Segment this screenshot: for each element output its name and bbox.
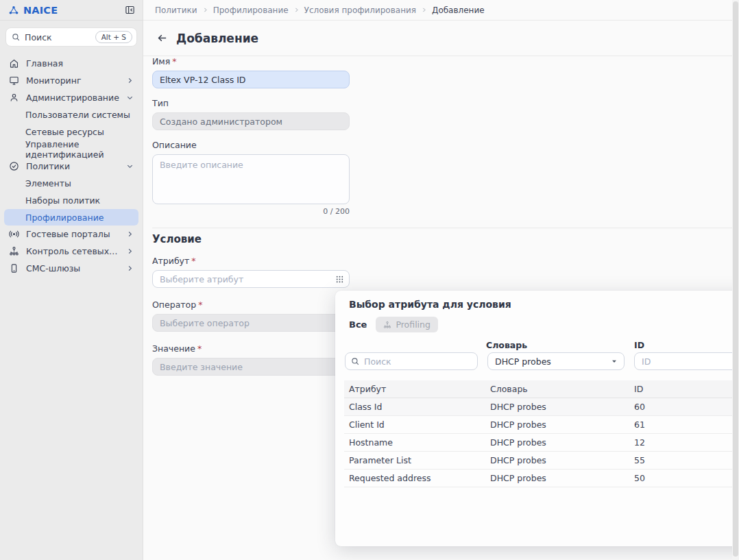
required-asterisk: * (191, 256, 195, 266)
operator-field (152, 314, 350, 332)
sidebar-item-sms-gateways[interactable]: СМС-шлюзы (0, 260, 143, 277)
table-row[interactable]: Client Id DHCP probes 61 (344, 416, 739, 434)
description-field-label: Описание (152, 140, 350, 150)
attribute-field-label: Атрибут* (152, 256, 350, 266)
vertical-scrollbar[interactable] (732, 0, 739, 560)
sidebar-item-system-users[interactable]: Пользователи системы (0, 106, 143, 123)
attribute-field[interactable] (152, 270, 350, 288)
col-header-id: ID (634, 384, 739, 394)
sidebar-item-monitoring[interactable]: Мониторинг (0, 72, 143, 89)
cell-id: 55 (634, 455, 739, 465)
hierarchy-icon (383, 321, 391, 329)
sidebar-item-label: СМС-шлюзы (26, 263, 119, 273)
char-counter: 0 / 200 (152, 207, 350, 216)
sidebar-item-policy-sets[interactable]: Наборы политик (0, 192, 143, 209)
required-asterisk: * (197, 343, 202, 354)
sidebar-item-guest-portals[interactable]: Гостевые порталы (0, 226, 143, 243)
search-shortcut-badge: Alt + S (95, 31, 132, 43)
sidebar-item-elements[interactable]: Элементы (0, 175, 143, 192)
dictionary-select[interactable]: DHCP probes (487, 352, 625, 370)
attribute-picker-grid-icon[interactable] (335, 274, 345, 284)
value-field (152, 358, 350, 376)
table-header-row: Атрибут Словарь ID (344, 380, 739, 398)
dialog-search-input[interactable] (364, 356, 472, 367)
collapse-sidebar-icon[interactable] (123, 4, 136, 16)
dialog-title: Выбор атрибута для условия (335, 291, 739, 310)
sidebar-item-network-resources[interactable]: Сетевые ресурсы (0, 123, 143, 141)
sidebar-item-label: Наборы политик (25, 195, 100, 206)
breadcrumb-current: Добавление (432, 5, 485, 15)
page-title: Добавление (176, 32, 258, 45)
cell-id: 61 (634, 419, 739, 430)
sidebar-item-identity-management[interactable]: Управление идентификацией (0, 141, 143, 158)
type-field-label: Тип (152, 98, 350, 108)
back-arrow-icon[interactable] (155, 32, 169, 45)
sidebar-item-label: Администрирование (26, 93, 119, 103)
caret-down-icon (611, 358, 618, 365)
cell-dictionary: DHCP probes (490, 402, 634, 412)
sidebar-item-label: Профилирование (25, 212, 104, 223)
brand-logo[interactable]: NAICE (8, 5, 58, 16)
col-header-attribute: Атрибут (344, 384, 490, 394)
description-field[interactable] (152, 154, 350, 204)
chevron-right-icon (125, 247, 134, 256)
breadcrumb-link-profiling-conditions[interactable]: Условия профилирования (304, 5, 416, 15)
hierarchy-icon (8, 245, 20, 257)
attribute-picker-dialog: Выбор атрибута для условия Все Profiling… (335, 291, 739, 546)
cell-dictionary: DHCP probes (490, 437, 634, 448)
home-icon (8, 58, 20, 69)
table-row[interactable]: Parameter List DHCP probes 55 (344, 452, 739, 470)
id-filter-label: ID (634, 340, 644, 350)
value-field-label: Значение* (152, 343, 350, 354)
search-input[interactable] (25, 32, 91, 42)
table-row[interactable]: Requested address DHCP probes 50 (344, 470, 739, 487)
sidebar-item-home[interactable]: Главная (0, 55, 143, 72)
chevron-right-icon (293, 7, 300, 13)
sidebar-item-label: Гостевые порталы (26, 229, 119, 239)
sidebar-search: Alt + S (5, 27, 137, 47)
chevron-right-icon (125, 76, 134, 85)
sidebar-item-label: Главная (26, 58, 134, 69)
dictionary-select-value: DHCP probes (495, 356, 551, 367)
user-icon (8, 92, 20, 104)
search-icon (351, 357, 360, 366)
sidebar-item-label: Элементы (25, 178, 71, 188)
search-icon (12, 33, 21, 42)
dialog-search (345, 352, 478, 370)
sidebar-item-profiling[interactable]: Профилирование (4, 209, 138, 226)
name-field[interactable] (152, 71, 350, 88)
name-field-label: Имя* (152, 56, 350, 66)
cell-id: 60 (634, 402, 739, 412)
cell-id: 50 (634, 473, 739, 483)
chevron-right-icon (421, 7, 427, 13)
table-row[interactable]: Hostname DHCP probes 12 (344, 434, 739, 452)
breadcrumb-link-profiling[interactable]: Профилирование (213, 5, 289, 15)
table-row[interactable]: Class Id DHCP probes 60 (344, 398, 739, 416)
monitor-icon (8, 75, 20, 86)
tab-all[interactable]: Все (349, 319, 367, 330)
sidebar-item-network-device-control[interactable]: Контроль сетевых устро... (0, 243, 143, 260)
attribute-table: Атрибут Словарь ID Class Id DHCP probes … (344, 380, 739, 487)
sidebar-item-policies[interactable]: Политики (0, 158, 143, 175)
cell-dictionary: DHCP probes (490, 419, 634, 430)
col-header-dictionary: Словарь (490, 384, 634, 394)
sidebar: NAICE Alt + S Главная (0, 0, 143, 560)
sidebar-item-label: Контроль сетевых устро... (26, 246, 119, 256)
network-logo-icon (8, 5, 19, 16)
operator-field-label: Оператор* (152, 300, 350, 310)
phone-icon (8, 263, 20, 274)
tab-profiling-label: Profiling (396, 319, 431, 330)
sidebar-item-administration[interactable]: Администрирование (0, 89, 143, 106)
cell-attribute: Requested address (344, 473, 490, 483)
breadcrumb: Политики Профилирование Условия профилир… (143, 0, 739, 21)
section-divider (152, 228, 732, 228)
id-filter-input[interactable] (634, 352, 739, 370)
cell-attribute: Client Id (344, 419, 490, 430)
tab-profiling[interactable]: Profiling (376, 317, 438, 332)
cell-dictionary: DHCP probes (490, 455, 634, 465)
scrollbar-thumb[interactable] (733, 1, 738, 557)
chevron-right-icon (125, 264, 134, 273)
shield-check-icon (8, 160, 20, 172)
wifi-portal-icon (8, 228, 20, 240)
breadcrumb-link-policies[interactable]: Политики (155, 5, 197, 15)
